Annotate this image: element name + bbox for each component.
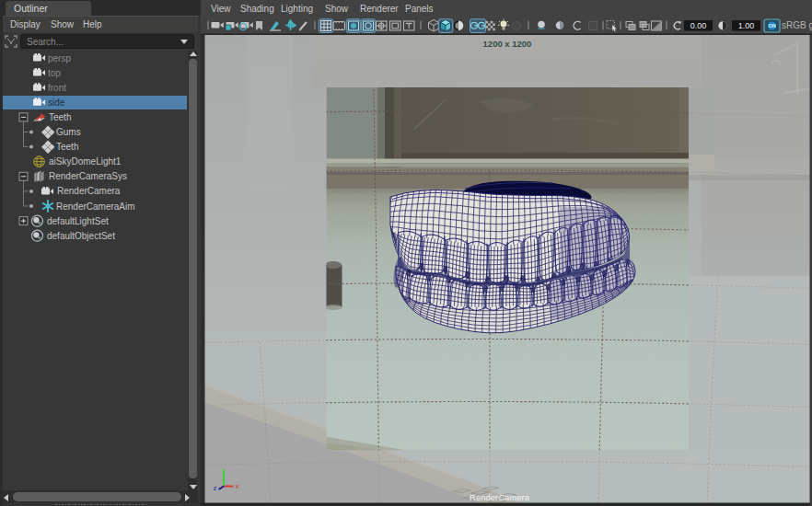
svg-text:z: z <box>214 484 217 492</box>
svg-text:sRGB ga: sRGB ga <box>782 20 812 30</box>
svg-text:1200 x 1200: 1200 x 1200 <box>483 39 532 49</box>
svg-text:x: x <box>236 482 239 490</box>
svg-text:ON: ON <box>768 23 775 29</box>
svg-text:1.00: 1.00 <box>738 21 755 30</box>
svg-text:RenderCamera: RenderCamera <box>470 492 530 502</box>
svg-text:0.00: 0.00 <box>690 21 707 30</box>
